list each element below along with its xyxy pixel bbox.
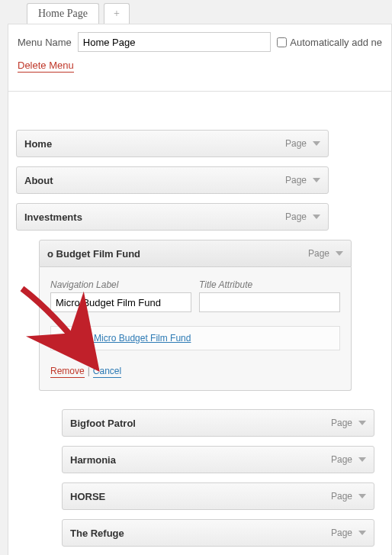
menu-item-title: Harmonia bbox=[70, 454, 116, 466]
menu-name-label: Menu Name bbox=[18, 37, 72, 48]
title-attr-caption: Title Attribute bbox=[199, 279, 340, 290]
menu-item-type: Page bbox=[308, 248, 329, 259]
chevron-down-icon[interactable] bbox=[358, 494, 366, 499]
menu-item[interactable]: HomePage bbox=[16, 130, 329, 157]
menu-item-title: o Budget Film Fund bbox=[47, 248, 140, 260]
menu-item-settings: Navigation LabelTitle AttributeOriginal:… bbox=[39, 267, 352, 391]
chevron-down-icon[interactable] bbox=[358, 531, 366, 535]
auto-add-label: Automatically add ne bbox=[290, 37, 382, 48]
menu-item[interactable]: HarmoniaPage bbox=[62, 446, 374, 473]
menu-item-type: Page bbox=[331, 491, 352, 502]
menu-item[interactable]: Bigfoot PatrolPage bbox=[62, 409, 374, 437]
auto-add-checkbox[interactable] bbox=[277, 37, 287, 47]
menu-item-header[interactable]: o Budget Film FundPage bbox=[39, 240, 352, 267]
tab-add[interactable]: + bbox=[104, 3, 130, 24]
original-label: Original: bbox=[57, 333, 94, 344]
separator: | bbox=[88, 366, 90, 376]
auto-add-wrapper: Automatically add ne bbox=[277, 37, 382, 48]
menu-item-type: Page bbox=[331, 454, 352, 465]
chevron-down-icon[interactable] bbox=[313, 141, 320, 146]
nav-label-input[interactable] bbox=[50, 292, 191, 312]
menu-item-title: Home bbox=[24, 138, 52, 150]
menu-item-title: The Refuge bbox=[70, 528, 124, 539]
chevron-down-icon[interactable] bbox=[336, 251, 343, 256]
menu-item[interactable]: InvestmentsPage bbox=[16, 203, 329, 231]
cancel-link[interactable]: Cancel bbox=[93, 366, 121, 378]
menu-item-type: Page bbox=[285, 211, 307, 222]
menu-name-input[interactable] bbox=[78, 32, 272, 52]
menu-item-type: Page bbox=[331, 418, 352, 428]
nav-label-caption: Navigation Label bbox=[50, 279, 191, 290]
chevron-down-icon[interactable] bbox=[313, 215, 320, 219]
menu-item-type: Page bbox=[285, 138, 307, 149]
menu-item[interactable]: The RefugePage bbox=[62, 519, 374, 547]
menu-item-title: HORSE bbox=[70, 491, 105, 502]
original-box: Original: Micro Budget Film Fund bbox=[50, 326, 340, 350]
chevron-down-icon[interactable] bbox=[358, 457, 366, 462]
menu-item[interactable]: AboutPage bbox=[16, 166, 329, 194]
original-link[interactable]: Micro Budget Film Fund bbox=[94, 333, 191, 344]
chevron-down-icon[interactable] bbox=[358, 421, 366, 425]
delete-menu-link[interactable]: Delete Menu bbox=[18, 60, 74, 73]
menu-item-type: Page bbox=[331, 528, 352, 538]
chevron-down-icon[interactable] bbox=[313, 178, 320, 182]
tab-home-page[interactable]: Home Page bbox=[27, 3, 99, 24]
title-attr-input[interactable] bbox=[199, 292, 340, 312]
remove-link[interactable]: Remove bbox=[50, 366, 85, 378]
menu-structure: HomePageAboutPageInvestmentsPageo Budget… bbox=[8, 92, 392, 555]
menu-item-title: Investments bbox=[24, 211, 82, 223]
menu-item-type: Page bbox=[285, 175, 307, 186]
menu-item-title: About bbox=[24, 175, 53, 186]
menu-settings-panel: Menu Name Automatically add ne Delete Me… bbox=[8, 24, 392, 92]
menu-item[interactable]: HORSEPage bbox=[62, 482, 374, 510]
menu-item-title: Bigfoot Patrol bbox=[70, 418, 136, 429]
